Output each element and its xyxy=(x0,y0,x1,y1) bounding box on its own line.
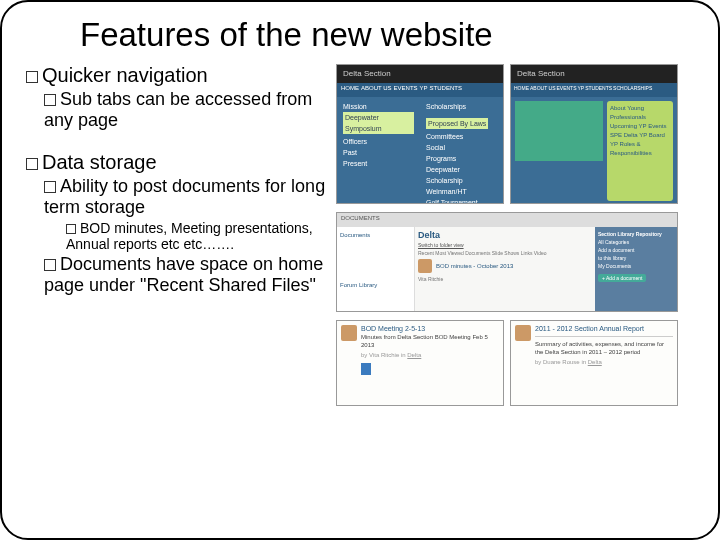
bullet-bod: BOD minutes, Meeting presentations, Annu… xyxy=(66,220,336,252)
doc-thumb-row: BOD Meeting 2-5-13 Minutes from Delta Se… xyxy=(336,320,686,406)
bullet-docs-home: Documents have space on home page under … xyxy=(44,254,336,296)
bullet-data-storage: Data storage xyxy=(26,151,336,174)
checkbox-icon xyxy=(66,224,76,234)
avatar-icon xyxy=(341,325,357,341)
checkbox-icon xyxy=(26,71,38,83)
text-column: Quicker navigation Sub tabs can be acces… xyxy=(26,64,336,406)
word-doc-icon xyxy=(361,363,371,375)
checkbox-icon xyxy=(44,259,56,271)
right-panel: Section Library Repository All Categorie… xyxy=(595,227,677,312)
avatar-icon xyxy=(418,259,432,273)
thumbnail-column: Delta Section HOME ABOUT US EVENTS YP ST… xyxy=(336,64,686,406)
slide-title: Features of the new website xyxy=(80,16,694,54)
content: Quicker navigation Sub tabs can be acces… xyxy=(26,64,694,406)
photo-placeholder xyxy=(515,101,603,161)
bullet-subtabs: Sub tabs can be accessed from any page xyxy=(44,89,336,131)
bullet-ability: Ability to post documents for long term … xyxy=(44,176,336,218)
nav-thumb-row: Delta Section HOME ABOUT US EVENTS YP ST… xyxy=(336,64,686,204)
doc-thumb-3: 2011 - 2012 Section Annual Report Summar… xyxy=(510,320,678,406)
thumb-menu: HOME ABOUT US EVENTS YP STUDENTS xyxy=(337,83,503,97)
side-links: About Young Professionals Upcoming YP Ev… xyxy=(607,101,673,201)
nav-thumb-1: Delta Section HOME ABOUT US EVENTS YP ST… xyxy=(336,64,504,204)
doc-thumb-1: DOCUMENTS Documents Forum Library Delta … xyxy=(336,212,678,312)
bullet-quicker: Quicker navigation xyxy=(26,64,336,87)
left-panel: Documents Forum Library xyxy=(337,227,415,312)
add-doc-button: + Add a document xyxy=(598,274,646,282)
checkbox-icon xyxy=(44,94,56,106)
main-panel: Delta Switch to folder view Recent Most … xyxy=(415,227,595,312)
thumb-header: Delta Section xyxy=(511,65,677,83)
avatar-icon xyxy=(515,325,531,341)
checkbox-icon xyxy=(44,181,56,193)
thumb-menu: HOME ABOUT US EVENTS YP STUDENTS SCHOLAR… xyxy=(511,83,677,97)
slide: Features of the new website Quicker navi… xyxy=(0,0,720,540)
thumb-topbar: DOCUMENTS xyxy=(337,213,677,227)
doc-thumb-2: BOD Meeting 2-5-13 Minutes from Delta Se… xyxy=(336,320,504,406)
thumb-header: Delta Section xyxy=(337,65,503,83)
checkbox-icon xyxy=(26,158,38,170)
nav-thumb-2: Delta Section HOME ABOUT US EVENTS YP ST… xyxy=(510,64,678,204)
